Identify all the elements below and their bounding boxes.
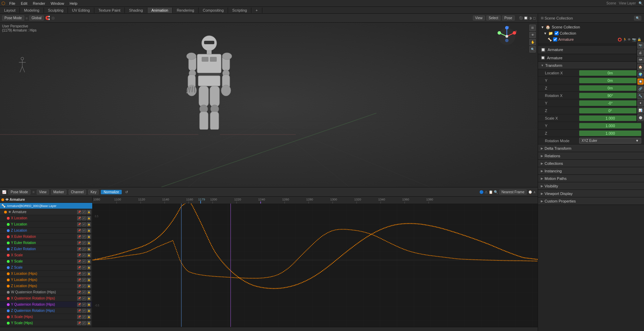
ch-x-quat-pin[interactable]: 📌 <box>77 296 81 301</box>
loc-z-value[interactable]: 0m <box>579 85 641 91</box>
channel-z-loc-hips[interactable]: Z Location (Hips) 📌 ✓ 🔒 <box>0 283 92 289</box>
ch-y-erot-pin[interactable]: 📌 <box>77 241 81 245</box>
channel-y-loc-hips[interactable]: Y Location (Hips) 📌 ✓ 🔒 <box>0 277 92 283</box>
tree-collection[interactable]: ▼ 📁 Collection <box>538 30 644 36</box>
anim-view-btn[interactable]: View <box>37 189 49 195</box>
section-custom-properties[interactable]: ▶ Custom Properties <box>538 197 644 205</box>
channel-y-euler-rot[interactable]: Y Euler Rotation 📌 ✓ 🔒 <box>0 240 92 246</box>
ch-z-quat-lock[interactable]: 🔒 <box>87 309 91 313</box>
ch-y-lochips-pin[interactable]: 📌 <box>77 278 81 282</box>
ch-x-loc-lock[interactable]: 🔒 <box>87 216 91 220</box>
channel-y-scale[interactable]: Y Scale 📌 ✓ 🔒 <box>0 258 92 265</box>
channel-y-scale-hips[interactable]: Y Scale (Hips) 📌 ✓ 🔒 <box>0 320 92 326</box>
section-motion-paths[interactable]: ▶ Motion Paths <box>538 175 644 182</box>
tree-armature[interactable]: 🦴 Armature ⭕ 🏃 👁 📷 🔒 <box>538 36 644 42</box>
channel-z-quat-hips[interactable]: Z Quaternion Rotation (Hips) 📌 ✓ 🔒 <box>0 308 92 314</box>
ch-y-scale-lock[interactable]: 🔒 <box>87 259 91 263</box>
tab-sculpting[interactable]: Sculpting <box>44 8 68 13</box>
ch-x-scale-pin[interactable]: 📌 <box>77 253 81 257</box>
props-icon-modifier[interactable]: 🔧 <box>637 93 644 99</box>
ch-x-lochips-pin[interactable]: 📌 <box>77 272 81 276</box>
ch-x-lochips-check[interactable]: ✓ <box>82 272 86 276</box>
ch-z-erot-pin[interactable]: 📌 <box>77 247 81 251</box>
anim-marker-btn[interactable]: Marker <box>51 189 67 195</box>
ch-y-scale-check[interactable]: ✓ <box>82 259 86 263</box>
anim-pose-mode-btn[interactable]: Pose Mode <box>8 189 31 195</box>
search-icon[interactable]: 🔍 <box>639 1 643 5</box>
viewport-icon-4[interactable]: 🔍 <box>529 46 536 52</box>
ch-y-quat-lock[interactable]: 🔒 <box>87 303 91 307</box>
props-icon-data[interactable]: 📊 <box>637 107 644 113</box>
ch-x-lochips-lock[interactable]: 🔒 <box>87 272 91 276</box>
channel-armature-row[interactable]: 👁 Armature 📌 ✓ 🔒 <box>0 209 92 215</box>
section-transform[interactable]: ▼ Transform <box>538 62 644 69</box>
rot-y-value[interactable]: -0° <box>579 100 641 106</box>
ch-y-lochips-check[interactable]: ✓ <box>82 278 86 282</box>
props-icon-view-layer[interactable]: 🗺 <box>637 57 644 63</box>
section-relations[interactable]: ▶ Relations <box>538 152 644 160</box>
menu-file[interactable]: File <box>7 1 18 6</box>
view-btn[interactable]: View <box>473 15 485 21</box>
menu-help[interactable]: Help <box>67 1 80 6</box>
scale-y-value[interactable]: 1.000 <box>579 123 641 128</box>
channel-z-location[interactable]: Z Location 📌 ✓ 🔒 <box>0 228 92 234</box>
props-icon-output[interactable]: 🖨 <box>637 50 644 56</box>
channel-lock-btn[interactable]: 🔒 <box>87 210 91 214</box>
ch-x-quat-check[interactable]: ✓ <box>82 296 86 301</box>
channel-pin-btn[interactable]: 📌 <box>77 210 81 214</box>
props-icon-world[interactable]: 🌍 <box>637 71 644 77</box>
channel-check-btn[interactable]: ✓ <box>82 210 86 214</box>
tab-layout[interactable]: Layout <box>0 8 20 13</box>
ch-x-loc-pin[interactable]: 📌 <box>77 216 81 220</box>
viewport-icon-3[interactable]: ✋ <box>529 39 536 45</box>
props-icon-material[interactable]: ⬤ <box>637 114 644 121</box>
ch-x-scalehips-lock[interactable]: 🔒 <box>87 315 91 319</box>
ch-y-lochips-lock[interactable]: 🔒 <box>87 278 91 282</box>
channel-x-scale-hips[interactable]: X Scale (Hips) 📌 ✓ 🔒 <box>0 314 92 320</box>
loc-y-value[interactable]: 0m <box>579 78 641 83</box>
tab-uv-editing[interactable]: UV Editing <box>68 8 94 13</box>
ch-z-lochips-lock[interactable]: 🔒 <box>87 284 91 288</box>
menu-edit[interactable]: Edit <box>18 1 30 6</box>
ch-y-loc-pin[interactable]: 📌 <box>77 222 81 226</box>
curve-editor[interactable]: 0.5 0.0 -0.5 <box>93 197 538 327</box>
props-icon-scene[interactable]: 🏠 <box>637 64 644 70</box>
ch-z-scale-check[interactable]: ✓ <box>82 266 86 270</box>
channel-armature-header[interactable]: 👁 Armature <box>0 197 92 203</box>
select-btn[interactable]: Select <box>486 15 501 21</box>
channel-w-quat-hips[interactable]: W Quaternion Rotation (Hips) 📌 ✓ 🔒 <box>0 289 92 295</box>
ch-w-quat-check[interactable]: ✓ <box>82 290 86 294</box>
viewport-icon-2[interactable]: 👁 <box>529 32 536 38</box>
channel-x-location[interactable]: X Location 📌 ✓ 🔒 <box>0 215 92 221</box>
menu-window[interactable]: Window <box>48 1 67 6</box>
pose-btn[interactable]: Pose <box>502 15 515 21</box>
ch-z-erot-check[interactable]: ✓ <box>82 247 86 251</box>
tree-armature-visibility[interactable] <box>553 37 557 41</box>
scale-x-value[interactable]: 1.000 <box>579 115 641 121</box>
tree-col-visibility[interactable] <box>554 31 559 35</box>
section-collections[interactable]: ▶ Collections <box>538 160 644 167</box>
ch-z-loc-check[interactable]: ✓ <box>82 229 86 233</box>
ch-z-lochips-check[interactable]: ✓ <box>82 284 86 288</box>
ch-x-quat-lock[interactable]: 🔒 <box>87 296 91 301</box>
channel-x-quat-hips[interactable]: X Quaternion Rotation (Hips) 📌 ✓ 🔒 <box>0 295 92 302</box>
menu-render[interactable]: Render <box>30 1 48 6</box>
props-icon-particles[interactable]: ✦ <box>637 100 644 106</box>
ch-y-erot-lock[interactable]: 🔒 <box>87 241 91 245</box>
rot-z-value[interactable]: 0° <box>579 108 641 113</box>
ch-y-quat-pin[interactable]: 📌 <box>77 303 81 307</box>
section-viewport-display[interactable]: ▶ Viewport Display <box>538 190 644 197</box>
ch-z-loc-lock[interactable]: 🔒 <box>87 229 91 233</box>
ch-w-quat-pin[interactable]: 📌 <box>77 290 81 294</box>
anim-key-btn[interactable]: Key <box>88 189 99 195</box>
tab-compositing[interactable]: Compositing <box>199 8 228 13</box>
ch-z-quat-pin[interactable]: 📌 <box>77 309 81 313</box>
tab-rendering[interactable]: Rendering <box>172 8 199 13</box>
tree-scene-collection[interactable]: ▼ 🏠 Scene Collection <box>538 24 644 30</box>
tab-add[interactable]: + <box>251 8 262 13</box>
ch-x-erot-pin[interactable]: 📌 <box>77 235 81 239</box>
tab-modeling[interactable]: Modeling <box>20 8 44 13</box>
ch-x-erot-check[interactable]: ✓ <box>82 235 86 239</box>
ch-z-scale-pin[interactable]: 📌 <box>77 266 81 270</box>
ch-x-erot-lock[interactable]: 🔒 <box>87 235 91 239</box>
